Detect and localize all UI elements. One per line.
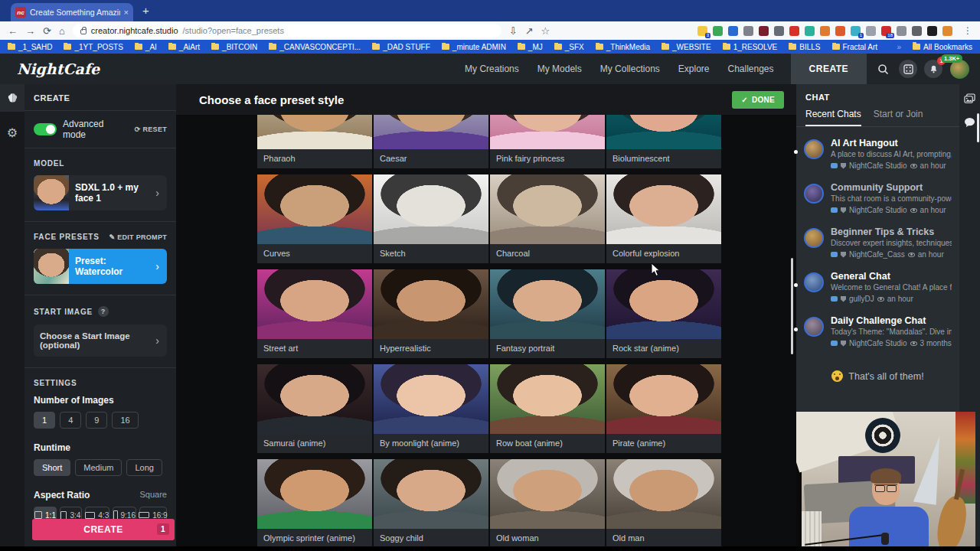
extension-icon[interactable] (789, 26, 799, 36)
share-icon[interactable]: ↗ (525, 26, 534, 36)
preset-tile[interactable]: By moonlight (anime) (374, 364, 488, 453)
advanced-mode-toggle[interactable] (34, 123, 57, 135)
forward-icon[interactable]: → (25, 26, 35, 36)
address-bar[interactable]: creator.nightcafe.studio/studio?open=fac… (73, 24, 501, 37)
random-dice-button[interactable] (899, 60, 917, 78)
bookmark-item[interactable]: Fractal Art (832, 43, 878, 51)
nav-link-explore[interactable]: Explore (678, 64, 710, 74)
preset-tile[interactable]: Caesar (374, 115, 488, 168)
extension-icon[interactable] (897, 26, 906, 36)
search-button[interactable] (874, 60, 892, 78)
preset-tile[interactable]: Pharaoh (257, 115, 372, 168)
num-images-option-1[interactable]: 1 (34, 412, 55, 429)
model-selector[interactable]: SDXL 1.0 + my face 1 › (34, 175, 167, 210)
preset-tile[interactable]: Pirate (anime) (606, 364, 721, 453)
reset-button[interactable]: ⟳ RESET (135, 126, 167, 133)
preset-selector[interactable]: Preset: Watercolor › (34, 249, 167, 284)
preset-tile[interactable]: Rock star (anime) (606, 269, 721, 358)
preset-tile[interactable]: Old woman (490, 459, 605, 546)
runtime-option-medium[interactable]: Medium (75, 459, 122, 476)
bookmark-item[interactable]: _AI (135, 43, 157, 51)
bookmark-item[interactable]: _AiArt (168, 43, 200, 51)
done-button[interactable]: ✓ DONE (732, 91, 784, 109)
preset-tile[interactable]: Soggy child (374, 459, 488, 546)
extension-icon[interactable] (759, 26, 769, 36)
bookmark-item[interactable]: _BITCOIN (211, 43, 257, 51)
new-tab-button[interactable]: + (142, 5, 149, 16)
tab-close-icon[interactable]: × (124, 8, 129, 17)
preset-tile[interactable]: Old man (606, 459, 721, 546)
nav-link-my-creations[interactable]: My Creations (465, 64, 519, 74)
chat-room-item[interactable]: Beginner Tips & TricksDiscover expert in… (804, 220, 952, 265)
extension-icon[interactable]: 3 (697, 26, 707, 36)
runtime-option-long[interactable]: Long (126, 459, 162, 476)
reload-icon[interactable]: ⟳ (43, 26, 51, 36)
num-images-option-4[interactable]: 4 (60, 412, 81, 429)
extension-icon[interactable] (728, 26, 738, 36)
tab-recent-chats[interactable]: Recent Chats (805, 109, 861, 126)
nav-create-button[interactable]: CREATE (791, 54, 867, 84)
preset-tile[interactable]: Olympic sprinter (anime) (257, 459, 372, 546)
preset-tile[interactable]: Hyperrealistic (374, 269, 488, 358)
bookmark-item[interactable]: _DAD STUFF (372, 43, 430, 51)
preset-tile[interactable]: Curves (257, 174, 372, 263)
extension-icon[interactable] (743, 26, 753, 36)
start-image-selector[interactable]: Choose a Start Image (optional) › (34, 324, 167, 357)
right-scrollbar[interactable] (977, 113, 979, 142)
extension-icon[interactable] (820, 26, 830, 36)
nightcafe-logo[interactable]: NightCafe (17, 60, 100, 77)
edit-prompt-button[interactable]: ✎ EDIT PROMPT (109, 233, 167, 241)
browser-tab[interactable]: nc Create Something Amazing - Ni × (11, 3, 133, 21)
extension-icon[interactable]: 1 (851, 26, 861, 36)
bookmark-star-icon[interactable]: ☆ (541, 26, 550, 36)
bookmark-item[interactable]: _ThinkMedia (596, 43, 650, 51)
back-icon[interactable]: ← (8, 26, 18, 36)
chat-room-item[interactable]: General ChatWelcome to General Chat! A p… (804, 265, 952, 309)
bookmarks-overflow-icon[interactable]: » (897, 43, 902, 51)
chat-room-item[interactable]: Daily Challenge ChatToday's Theme: "Mand… (804, 309, 952, 354)
create-rail-button[interactable] (0, 84, 24, 112)
browser-menu-icon[interactable]: ⋮ (963, 26, 972, 36)
extension-icon[interactable] (835, 26, 845, 36)
extension-icon[interactable] (713, 26, 723, 36)
user-avatar[interactable]: 1.3K+ (950, 60, 969, 79)
extension-icon[interactable] (942, 26, 952, 36)
extension-icon[interactable] (912, 26, 922, 36)
gallery-panel-button[interactable] (959, 84, 980, 105)
extension-icon[interactable] (774, 26, 784, 36)
extension-icon[interactable] (866, 26, 876, 36)
bookmark-item[interactable]: _1_SAHD (8, 43, 52, 51)
preset-tile[interactable]: Street art (257, 269, 372, 358)
all-bookmarks-button[interactable]: All Bookmarks (913, 43, 972, 51)
preset-tile[interactable]: Samurai (anime) (257, 364, 372, 453)
tab-start-or-join[interactable]: Start or Join (874, 109, 923, 126)
bookmark-item[interactable]: _CANVASCONCEPTI... (269, 43, 361, 51)
bookmark-item[interactable]: _MJ (518, 43, 543, 51)
preset-tile[interactable]: Bioluminescent (606, 115, 721, 168)
settings-rail-button[interactable]: ⚙ (0, 126, 24, 140)
runtime-option-short[interactable]: Short (34, 459, 70, 476)
home-icon[interactable]: ⌂ (59, 26, 65, 36)
preset-tile[interactable]: Charcoal (490, 174, 605, 263)
num-images-option-9[interactable]: 9 (86, 412, 107, 429)
notifications-button[interactable]: 1 (924, 60, 942, 78)
extension-icon[interactable] (805, 26, 815, 36)
preset-tile[interactable]: Fantasy portrait (490, 269, 605, 358)
nav-link-my-collections[interactable]: My Collections (600, 64, 660, 74)
preset-tile[interactable]: Colorful explosion (606, 174, 721, 263)
preset-tile[interactable]: Pink fairy princess (490, 115, 605, 168)
preset-tile[interactable]: Row boat (anime) (490, 364, 605, 453)
help-icon[interactable]: ? (98, 306, 109, 317)
grid-scrollbar[interactable] (791, 258, 793, 354)
nav-link-my-models[interactable]: My Models (537, 64, 582, 74)
bookmark-item[interactable]: _minute ADMIN (442, 43, 506, 51)
bookmark-item[interactable]: _SFX (554, 43, 584, 51)
extension-icon[interactable]: 18 (881, 26, 891, 36)
num-images-option-16[interactable]: 16 (112, 412, 138, 429)
create-submit-button[interactable]: CREATE 1 (32, 519, 175, 540)
chat-room-item[interactable]: AI Art HangoutA place to discuss AI Art,… (804, 132, 952, 176)
bookmark-item[interactable]: _1YT_POSTS (64, 43, 122, 51)
bookmark-item[interactable]: 1_RESOLVE (723, 43, 778, 51)
download-icon[interactable]: ⇩ (509, 26, 518, 36)
bookmark-item[interactable]: BILLS (789, 43, 820, 51)
